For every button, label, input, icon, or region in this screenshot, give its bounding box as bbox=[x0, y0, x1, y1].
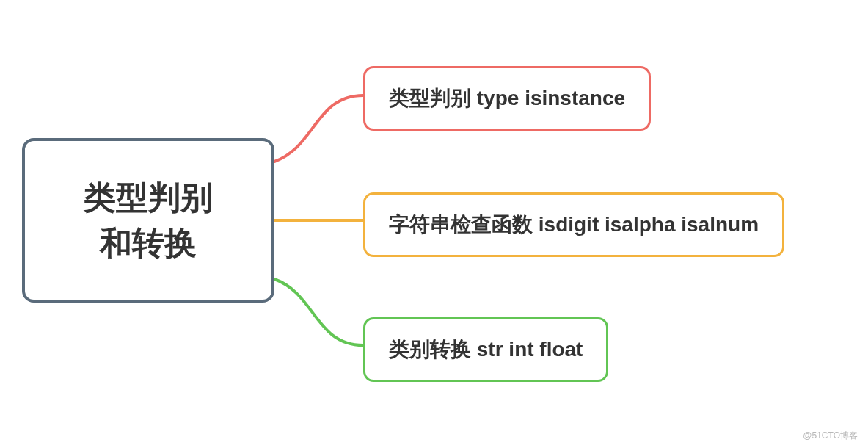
child-label: 类别转换 str int float bbox=[389, 338, 583, 361]
root-line1: 类型判别 bbox=[84, 175, 213, 220]
watermark-text: @51CTO博客 bbox=[803, 430, 858, 442]
child-node-string-check: 字符串检查函数 isdigit isalpha isalnum bbox=[363, 192, 784, 257]
child-label: 类型判别 type isinstance bbox=[389, 87, 625, 109]
child-node-type-conversion: 类别转换 str int float bbox=[363, 317, 608, 382]
child-node-type-isinstance: 类型判别 type isinstance bbox=[363, 66, 651, 131]
root-line2: 和转换 bbox=[100, 220, 197, 266]
child-label: 字符串检查函数 isdigit isalpha isalnum bbox=[389, 213, 759, 236]
root-node: 类型判别 和转换 bbox=[22, 138, 274, 303]
